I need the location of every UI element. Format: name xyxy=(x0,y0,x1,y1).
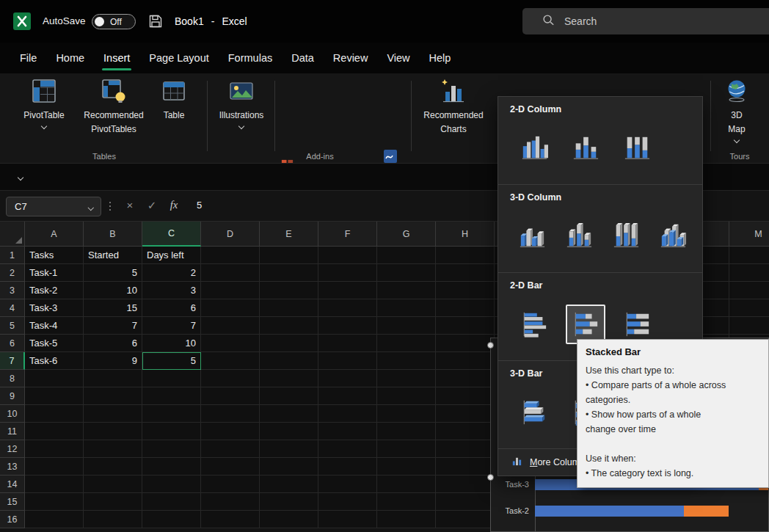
cell-B14[interactable] xyxy=(84,475,142,493)
cell-F12[interactable] xyxy=(318,440,377,458)
row-header-15[interactable]: 15 xyxy=(0,493,25,511)
cell-C6[interactable]: 10 xyxy=(142,335,201,352)
cell-G14[interactable] xyxy=(377,475,436,493)
chart-type-clustered-bar[interactable] xyxy=(514,305,554,344)
cell-H2[interactable] xyxy=(436,264,495,282)
cell-H1[interactable] xyxy=(436,247,495,264)
cell-B1[interactable]: Started xyxy=(84,247,142,264)
row-header-4[interactable]: 4 xyxy=(0,299,25,317)
cell-G1[interactable] xyxy=(377,247,436,264)
tab-insert[interactable]: Insert xyxy=(94,43,139,73)
cell-M2[interactable] xyxy=(729,264,769,282)
cell-C5[interactable]: 7 xyxy=(142,317,201,335)
cell-E14[interactable] xyxy=(260,475,318,493)
tab-formulas[interactable]: Formulas xyxy=(219,43,282,73)
tab-help[interactable]: Help xyxy=(420,43,461,73)
column-header-M[interactable]: M xyxy=(729,222,769,247)
3d-map-button[interactable]: 3D Map xyxy=(713,76,760,150)
cell-D13[interactable] xyxy=(201,458,260,475)
cell-A12[interactable] xyxy=(25,440,84,458)
search-box[interactable]: Search xyxy=(522,8,769,34)
cell-M1[interactable] xyxy=(729,247,769,264)
cell-E16[interactable] xyxy=(260,511,318,528)
cell-D11[interactable] xyxy=(201,423,260,440)
cell-E2[interactable] xyxy=(260,264,318,282)
cell-M4[interactable] xyxy=(729,299,769,317)
formula-bar-dots-icon[interactable] xyxy=(109,205,111,207)
cell-C9[interactable] xyxy=(142,387,201,405)
cell-A9[interactable] xyxy=(25,387,84,405)
cell-D4[interactable] xyxy=(201,299,260,317)
cell-E1[interactable] xyxy=(260,247,318,264)
cell-B12[interactable] xyxy=(84,440,142,458)
cell-D5[interactable] xyxy=(201,317,260,335)
chart-type-100-stacked-column[interactable] xyxy=(617,128,657,168)
row-header-7[interactable]: 7 xyxy=(0,352,25,370)
cell-B2[interactable]: 5 xyxy=(84,264,142,282)
cell-F5[interactable] xyxy=(318,317,377,335)
chart-type-100-stacked-bar[interactable] xyxy=(617,305,657,344)
cell-D2[interactable] xyxy=(201,264,260,282)
cell-D7[interactable] xyxy=(201,352,260,370)
row-header-6[interactable]: 6 xyxy=(0,335,25,352)
cell-H8[interactable] xyxy=(436,370,495,387)
cell-B10[interactable] xyxy=(84,405,142,423)
cell-C8[interactable] xyxy=(142,370,201,387)
cell-C12[interactable] xyxy=(142,440,201,458)
recommended-charts-button[interactable]: Recommended Charts xyxy=(417,76,490,150)
cell-H4[interactable] xyxy=(436,299,495,317)
illustrations-button[interactable]: Illustrations xyxy=(210,76,273,150)
cell-G8[interactable] xyxy=(377,370,436,387)
cell-F15[interactable] xyxy=(318,493,377,511)
cell-F3[interactable] xyxy=(318,282,377,299)
name-box[interactable]: C7 xyxy=(6,197,101,216)
chart-type-clustered-column[interactable] xyxy=(514,128,554,168)
row-header-16[interactable]: 16 xyxy=(0,511,25,528)
cell-F9[interactable] xyxy=(318,387,377,405)
select-all-corner[interactable] xyxy=(0,222,25,247)
cell-C7[interactable]: 5 xyxy=(142,352,201,370)
cell-E11[interactable] xyxy=(260,423,318,440)
cell-A16[interactable] xyxy=(25,511,84,528)
cell-H12[interactable] xyxy=(436,440,495,458)
cell-F6[interactable] xyxy=(318,335,377,352)
cell-E10[interactable] xyxy=(260,405,318,423)
cell-H6[interactable] xyxy=(436,335,495,352)
cell-C11[interactable] xyxy=(142,423,201,440)
cell-H13[interactable] xyxy=(436,458,495,475)
cell-H14[interactable] xyxy=(436,475,495,493)
cell-A3[interactable]: Task-2 xyxy=(25,282,84,299)
cell-E13[interactable] xyxy=(260,458,318,475)
cell-A7[interactable]: Task-6 xyxy=(25,352,84,370)
cell-H16[interactable] xyxy=(436,511,495,528)
cell-H5[interactable] xyxy=(436,317,495,335)
cell-D3[interactable] xyxy=(201,282,260,299)
cell-B8[interactable] xyxy=(84,370,142,387)
pivottable-button[interactable]: PivotTable xyxy=(12,76,76,150)
cell-D1[interactable] xyxy=(201,247,260,264)
cell-M5[interactable] xyxy=(729,317,769,335)
cell-A13[interactable] xyxy=(25,458,84,475)
cell-A5[interactable]: Task-4 xyxy=(25,317,84,335)
row-header-9[interactable]: 9 xyxy=(0,387,25,405)
cell-B13[interactable] xyxy=(84,458,142,475)
cell-H3[interactable] xyxy=(436,282,495,299)
row-header-1[interactable]: 1 xyxy=(0,247,25,264)
cell-A2[interactable]: Task-1 xyxy=(25,264,84,282)
cell-D16[interactable] xyxy=(201,511,260,528)
chart-resize-handle[interactable] xyxy=(487,342,494,349)
cell-A10[interactable] xyxy=(25,405,84,423)
cell-M3[interactable] xyxy=(729,282,769,299)
cell-G2[interactable] xyxy=(377,264,436,282)
cell-C15[interactable] xyxy=(142,493,201,511)
chart-type-3d-stacked-column[interactable] xyxy=(561,216,597,256)
cell-A11[interactable] xyxy=(25,423,84,440)
cell-C14[interactable] xyxy=(142,475,201,493)
cell-E5[interactable] xyxy=(260,317,318,335)
cell-B6[interactable]: 6 xyxy=(84,335,142,352)
cell-G5[interactable] xyxy=(377,317,436,335)
cell-E4[interactable] xyxy=(260,299,318,317)
row-header-11[interactable]: 11 xyxy=(0,423,25,440)
cell-G11[interactable] xyxy=(377,423,436,440)
cell-D14[interactable] xyxy=(201,475,260,493)
